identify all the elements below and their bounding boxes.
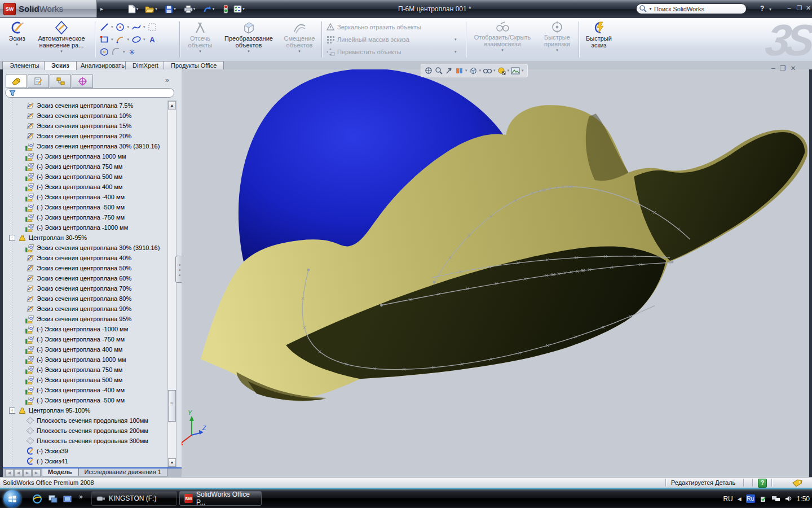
menu-flyout-arrow-icon[interactable]: ▸ [100, 6, 103, 12]
ellipse-tool-button[interactable] [131, 35, 141, 44]
trim-entities-button[interactable]: Отсечь объекты ▾ [184, 20, 217, 54]
relations-dropdown-arrow[interactable]: ▾ [501, 48, 504, 52]
tree-item[interactable]: (-) Эскиз центроплана 500 мм [4, 172, 166, 182]
language-indicator[interactable]: RU [723, 495, 732, 503]
graphics-viewport[interactable]: Y X Z ▾ ▾ ▾ ▾ ▾ – ❐ ✕ [182, 69, 812, 477]
tree-item[interactable]: (-) Эскиз центроплана 500 мм [4, 375, 166, 385]
tree-item[interactable]: Плоскость сечения продольная 100мм [4, 415, 166, 426]
search-dropdown-arrow[interactable]: ▼ [648, 7, 652, 11]
rapid-sketch-button[interactable]: Быстрый эскиз [582, 20, 616, 49]
tree-item[interactable]: (-) Эскиз центроплана -750 мм [4, 334, 166, 344]
taskbar-button-solidworks[interactable]: SW SolidWorks Office P... [179, 491, 262, 506]
tree-item[interactable]: (-) Эскиз центроплана 1000 мм [4, 354, 166, 365]
tree-item[interactable]: Эскиз сечения центроплана 7.5% [4, 100, 166, 111]
rectangle-tool-button[interactable] [99, 35, 109, 44]
show-desktop-icon[interactable] [47, 493, 59, 505]
rebuild-button[interactable] [219, 3, 232, 15]
zoom-fit-button[interactable] [425, 67, 433, 75]
sketch-dropdown-arrow[interactable]: ▾ [16, 42, 18, 47]
tree-item[interactable]: (-) Эскиз39 [4, 446, 166, 456]
start-button[interactable] [3, 490, 21, 507]
tree-item[interactable]: Плоскость сечения продольная 200мм [4, 426, 166, 436]
spline-dropdown-arrow[interactable]: ▾ [143, 25, 145, 29]
tag-icon[interactable] [792, 479, 803, 487]
scene-dropdown-arrow[interactable]: ▾ [522, 68, 524, 73]
display-style-button[interactable] [483, 67, 492, 75]
quick-tips-icon[interactable]: ? [758, 479, 767, 488]
minimize-button[interactable]: – [785, 4, 793, 12]
safely-remove-icon[interactable] [760, 495, 767, 503]
auto-dimension-button[interactable]: Автоматическое нанесение ра... ▾ [32, 20, 91, 54]
convert-dropdown-arrow[interactable]: ▾ [248, 49, 250, 54]
circle-dropdown-arrow[interactable]: ▾ [127, 25, 130, 29]
tree-item[interactable]: Эскиз сечения центроплана 95% [4, 314, 166, 324]
open-button[interactable]: ▾ [144, 3, 158, 15]
save-button[interactable]: ▾ [164, 3, 177, 15]
undo-button[interactable]: ▾ [202, 3, 215, 15]
print-button[interactable]: ▾ [183, 3, 196, 15]
linear-pattern-row[interactable]: Линейный массив эскиза ▾ [326, 35, 461, 44]
tree-item[interactable]: (-) Эскиз центроплана -500 мм [4, 202, 166, 212]
tab-model[interactable]: Модель [42, 468, 78, 476]
tree-item[interactable]: Эскиз сечения центроплана 30% (3910.16) [4, 243, 166, 253]
section-view-button[interactable] [455, 67, 464, 75]
tree-item[interactable]: Эскиз сечения центроплана 70% [4, 283, 166, 294]
polygon-tool-button[interactable] [99, 47, 109, 56]
tree-item[interactable]: (-) Эскиз центроплана -500 мм [4, 395, 166, 405]
arc-dropdown-arrow[interactable]: ▾ [127, 37, 130, 42]
scroll-up-arrow[interactable]: ▲ [168, 101, 176, 110]
tree-item[interactable]: (-) Эскиз центроплана 750 мм [4, 365, 166, 375]
orientation-dropdown-arrow[interactable]: ▾ [479, 68, 482, 73]
clock[interactable]: 1:50 [797, 495, 810, 503]
help-button[interactable]: ? [760, 5, 764, 12]
tab-office-products[interactable]: Продукты Office [164, 61, 224, 69]
tree-item[interactable]: Плоскость сечения продольная 300мм [4, 436, 166, 446]
move-dropdown-arrow[interactable]: ▾ [454, 50, 457, 54]
dimxpert-manager-tab[interactable] [72, 74, 93, 88]
taskbar-button-kingston[interactable]: KINGSTON (F:) [91, 491, 177, 506]
internet-explorer-icon[interactable] [32, 493, 43, 505]
zoom-area-button[interactable] [435, 67, 443, 75]
help-dropdown-arrow[interactable]: ▾ [769, 7, 771, 12]
quick-launch-chevron[interactable]: » [79, 493, 83, 501]
tree-item[interactable]: Эскиз сечения центроплана 60% [4, 273, 166, 283]
quick-snaps-button[interactable]: Быстрые привязки ▾ [538, 20, 576, 52]
apply-scene-button[interactable] [511, 67, 520, 75]
tree-item[interactable]: Эскиз сечения центроплана 90% [4, 304, 166, 314]
tree-item[interactable]: (-) Эскиз центроплана -750 мм [4, 212, 166, 222]
mirror-entities-row[interactable]: Зеркально отразить объекты [326, 23, 461, 32]
tree-item[interactable]: (-) Эскиз центроплана 400 мм [4, 182, 166, 192]
tab-motion-study[interactable]: Исследование движения 1 [78, 468, 167, 476]
section-dropdown-arrow[interactable]: ▾ [465, 68, 467, 73]
selection-marquee-button[interactable] [148, 23, 157, 32]
tree-item[interactable]: (-) Эскиз центроплана 750 мм [4, 161, 166, 172]
view-orientation-button[interactable] [469, 67, 478, 75]
doc-close-button[interactable]: ✕ [790, 64, 796, 72]
tree-item[interactable]: Эскиз сечения центроплана 15% [4, 121, 166, 131]
doc-minimize-button[interactable]: – [771, 64, 775, 72]
fillet-dropdown-arrow[interactable]: ▾ [123, 50, 125, 54]
feature-manager-tab[interactable] [6, 74, 27, 88]
tree-item[interactable]: Эскиз сечения центроплана 50% [4, 263, 166, 273]
circle-tool-button[interactable] [116, 23, 125, 32]
tab-dimxpert[interactable]: DimXpert [125, 61, 166, 69]
window-switcher-icon[interactable] [62, 493, 73, 505]
offset-entities-button[interactable]: Смещение объектов ▾ [281, 20, 318, 54]
tree-scrollbar[interactable]: ▲ ▼ [167, 100, 176, 467]
tree-expander[interactable]: - [9, 235, 15, 241]
tree-item[interactable]: (-) Эскиз41 [4, 456, 166, 466]
fillet-tool-button[interactable] [111, 47, 121, 56]
search-box[interactable]: ▼ Поиск SolidWorks [636, 3, 747, 14]
tab-elements[interactable]: Элементы [2, 61, 47, 69]
tab-evaluate[interactable]: Анализировать [73, 61, 132, 69]
options-button[interactable]: ▾ [232, 3, 246, 15]
edit-appearance-button[interactable] [497, 67, 506, 75]
tree-item[interactable]: Эскиз сечения центроплана 10% [4, 111, 166, 121]
tree-filter-bar[interactable] [5, 88, 174, 98]
appearance-dropdown-arrow[interactable]: ▾ [508, 68, 510, 73]
scrollbar-thumb[interactable] [168, 390, 176, 422]
arc-tool-button[interactable] [116, 35, 125, 44]
tree-item[interactable]: (-) Эскиз центроплана -400 мм [4, 192, 166, 202]
sketch-button[interactable]: Эскиз ▾ [3, 20, 30, 47]
tree-item[interactable]: (-) Эскиз центроплана 400 мм [4, 344, 166, 354]
